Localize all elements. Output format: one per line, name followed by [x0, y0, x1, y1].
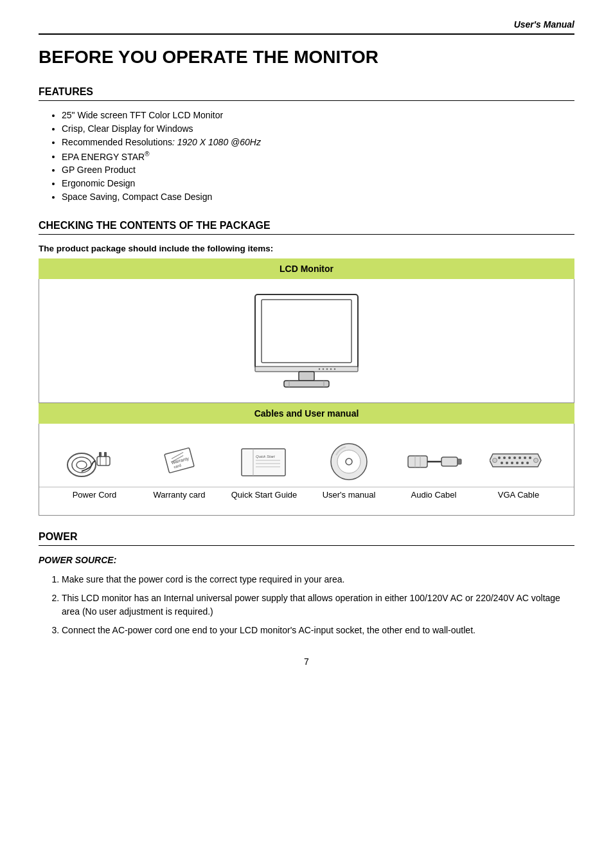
svg-point-3: [319, 368, 320, 370]
package-section: CHECKING THE CONTENTS OF THE PACKAGE The…: [39, 220, 574, 516]
list-item: GP Green Product: [62, 165, 574, 175]
power-cord-label: Power Cord: [53, 490, 136, 500]
svg-rect-18: [99, 452, 102, 457]
audio-cable-icon: [392, 444, 475, 480]
list-item: EPA ENERGY STAR®: [62, 150, 574, 162]
features-title: FEATURES: [39, 86, 574, 101]
power-cord-icon: [53, 442, 136, 481]
svg-point-53: [526, 462, 529, 464]
page-main-title: BEFORE YOU OPERATE THE MONITOR: [39, 46, 574, 68]
svg-point-48: [501, 462, 503, 464]
header-bar: User's Manual: [39, 19, 574, 35]
cables-items-wrapper: Warranty card Quick Start: [39, 424, 574, 516]
power-list: Make sure that the power cord is the cor…: [39, 573, 574, 637]
svg-point-51: [516, 462, 519, 464]
quick-start-icon: Quick Start: [222, 441, 306, 483]
warranty-card-label: Warranty card: [138, 490, 221, 500]
svg-point-49: [506, 462, 508, 464]
svg-rect-38: [441, 457, 458, 466]
monitor-illustration: [242, 289, 371, 392]
svg-point-7: [334, 368, 335, 370]
list-item: Crisp, Clear Display for Windows: [62, 123, 574, 134]
lcd-monitor-header: LCD Monitor: [39, 258, 574, 279]
svg-point-50: [511, 462, 513, 464]
list-item: This LCD monitor has an Internal univers…: [62, 592, 574, 619]
svg-point-46: [524, 457, 526, 459]
svg-point-13: [72, 457, 91, 473]
svg-rect-19: [104, 452, 107, 457]
cables-header: Cables and User manual: [39, 403, 574, 424]
label-row: Power Cord Warranty card Quick Start Gui…: [39, 487, 574, 506]
page-number: 7: [39, 656, 574, 667]
power-source-title: POWER SOURCE:: [39, 555, 574, 565]
svg-rect-25: [242, 449, 285, 476]
svg-rect-2: [255, 366, 358, 372]
svg-point-45: [519, 457, 521, 459]
list-item: Make sure that the power cord is the cor…: [62, 573, 574, 586]
package-title: CHECKING THE CONTENTS OF THE PACKAGE: [39, 220, 574, 235]
svg-point-14: [76, 461, 87, 469]
vga-cable-label: VGA Cable: [477, 490, 560, 500]
features-section: FEATURES 25" Wide screen TFT Color LCD M…: [39, 86, 574, 203]
svg-rect-1: [262, 300, 351, 363]
users-manual-label: User's manual: [307, 490, 391, 500]
audio-cable-label: Audio Cabel: [392, 490, 475, 500]
svg-point-33: [346, 458, 352, 465]
svg-rect-15: [97, 457, 110, 466]
svg-point-54: [493, 458, 497, 463]
svg-rect-9: [284, 381, 329, 387]
quick-start-label: Quick Start Guide: [222, 490, 306, 500]
vga-cable-icon: [477, 442, 560, 481]
svg-point-43: [508, 457, 511, 459]
svg-point-4: [323, 368, 324, 370]
svg-point-52: [521, 462, 524, 464]
users-manual-icon: [307, 439, 391, 484]
svg-rect-8: [299, 372, 314, 381]
list-item: Space Saving, Compact Case Design: [62, 192, 574, 202]
page: User's Manual BEFORE YOU OPERATE THE MON…: [0, 0, 613, 868]
list-item: Connect the AC-power cord one end to you…: [62, 624, 574, 637]
features-list: 25" Wide screen TFT Color LCD Monitor Cr…: [39, 110, 574, 203]
power-title: POWER: [39, 531, 574, 546]
svg-point-47: [529, 457, 531, 459]
svg-point-5: [326, 368, 328, 370]
monitor-image-cell: [39, 279, 574, 403]
svg-point-41: [498, 457, 501, 459]
manual-title: User's Manual: [514, 19, 574, 30]
svg-point-42: [503, 457, 506, 459]
svg-rect-39: [458, 459, 461, 464]
svg-point-6: [330, 368, 332, 370]
svg-point-44: [513, 457, 516, 459]
svg-rect-34: [408, 456, 427, 467]
icon-row: Warranty card Quick Start: [39, 430, 574, 487]
list-item: Ergonomic Design: [62, 178, 574, 188]
package-subtitle: The product package should include the f…: [39, 244, 574, 253]
warranty-card-icon: Warranty card: [138, 439, 221, 484]
list-item: Recommended Resolutions: 1920 X 1080 @60…: [62, 137, 574, 147]
power-section: POWER POWER SOURCE: Make sure that the p…: [39, 531, 574, 637]
list-item: 25" Wide screen TFT Color LCD Monitor: [62, 110, 574, 120]
svg-point-55: [534, 458, 538, 463]
svg-text:Quick Start: Quick Start: [256, 455, 275, 458]
